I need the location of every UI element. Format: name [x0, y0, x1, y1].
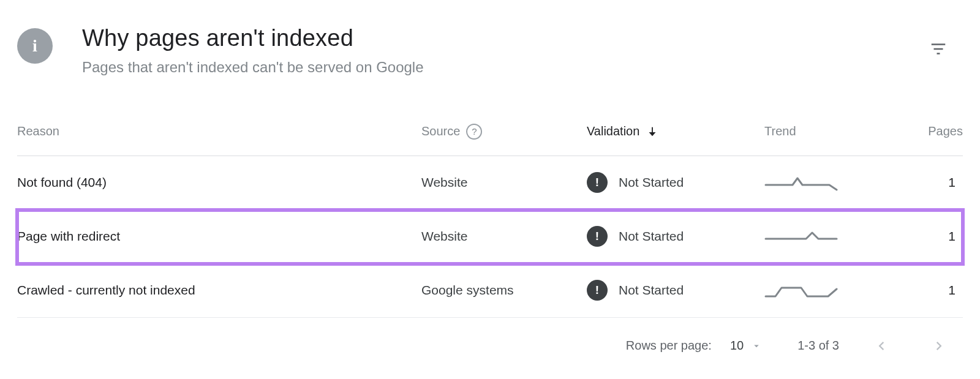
cell-pages: 1: [887, 283, 963, 298]
col-source-label: Source: [421, 124, 460, 138]
chevron-right-icon: [931, 337, 948, 355]
cell-reason: Not found (404): [17, 175, 421, 190]
cell-validation: ! Not Started: [587, 226, 764, 247]
next-page-button[interactable]: [929, 335, 951, 357]
col-pages-label: Pages: [928, 124, 963, 138]
rows-per-page-value: 10: [730, 339, 744, 353]
sparkline-icon: [764, 224, 838, 249]
cell-reason: Crawled - currently not indexed: [17, 283, 421, 298]
cell-source: Google systems: [421, 283, 587, 298]
prev-page-button[interactable]: [870, 335, 892, 357]
help-icon[interactable]: ?: [466, 124, 482, 140]
issues-table: Reason Source ? Validation Trend Pages N…: [17, 124, 963, 318]
table-row[interactable]: Not found (404) Website ! Not Started 1: [17, 156, 963, 210]
sparkline-icon: [764, 170, 838, 195]
cell-pages: 1: [887, 229, 963, 244]
exclamation-icon: !: [587, 172, 608, 193]
sparkline-icon: [764, 278, 838, 302]
cell-trend: [764, 278, 887, 302]
table-row[interactable]: Page with redirect Website ! Not Started…: [17, 210, 963, 264]
info-icon: i: [17, 28, 53, 64]
cell-pages: 1: [887, 175, 963, 190]
header-titles: Why pages aren't indexed Pages that aren…: [82, 24, 963, 76]
col-reason-label: Reason: [17, 124, 59, 138]
col-trend: Trend: [764, 124, 887, 138]
chevron-left-icon: [872, 337, 889, 355]
cell-source: Website: [421, 229, 587, 244]
pagination-range: 1-3 of 3: [797, 339, 839, 353]
cell-reason: Page with redirect: [17, 229, 421, 244]
validation-status: Not Started: [619, 229, 684, 244]
pagination-controls: [870, 335, 951, 357]
cell-trend: [764, 224, 887, 249]
sort-desc-icon: [646, 125, 659, 138]
dropdown-icon: [751, 340, 762, 351]
col-source[interactable]: Source ?: [421, 124, 587, 140]
cell-trend: [764, 170, 887, 195]
table-header-row: Reason Source ? Validation Trend Pages: [17, 124, 963, 156]
table-row[interactable]: Crawled - currently not indexed Google s…: [17, 264, 963, 318]
validation-status: Not Started: [619, 283, 684, 298]
col-validation[interactable]: Validation: [587, 124, 764, 138]
exclamation-icon: !: [587, 280, 608, 301]
col-trend-label: Trend: [764, 124, 796, 138]
col-reason[interactable]: Reason: [17, 124, 421, 138]
rows-per-page: Rows per page: 10: [626, 336, 767, 355]
exclamation-icon: !: [587, 226, 608, 247]
cell-validation: ! Not Started: [587, 172, 764, 193]
col-validation-label: Validation: [587, 124, 639, 138]
rows-per-page-label: Rows per page:: [626, 339, 712, 353]
card-header: i Why pages aren't indexed Pages that ar…: [17, 24, 963, 76]
rows-per-page-select[interactable]: 10: [725, 336, 767, 355]
page-subtitle: Pages that aren't indexed can't be serve…: [82, 59, 963, 76]
filter-icon: [929, 40, 948, 58]
table-footer: Rows per page: 10 1-3 of 3: [17, 318, 963, 357]
filter-button[interactable]: [926, 37, 951, 61]
page-title: Why pages aren't indexed: [82, 24, 963, 53]
validation-status: Not Started: [619, 175, 684, 190]
cell-validation: ! Not Started: [587, 280, 764, 301]
cell-source: Website: [421, 175, 587, 190]
col-pages[interactable]: Pages: [887, 124, 963, 138]
